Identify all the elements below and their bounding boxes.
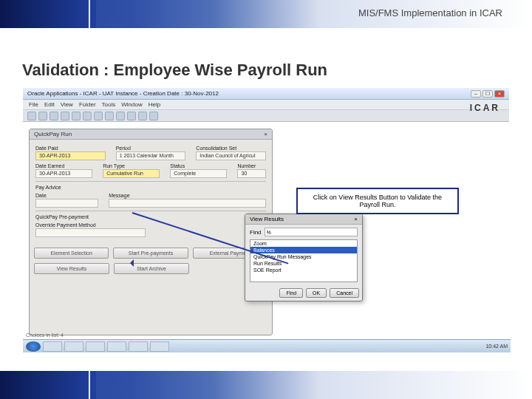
menu-window[interactable]: Window (121, 101, 142, 108)
window-controls: – ☐ × (471, 90, 505, 98)
header-title: MIS/FMS Implementation in ICAR (358, 7, 502, 18)
toolbar-icon[interactable] (50, 112, 58, 120)
field-pa-msg[interactable] (109, 199, 266, 208)
field-date-paid[interactable]: 30-APR-2013 (35, 151, 106, 160)
toolbar-icon[interactable] (83, 112, 92, 120)
label-run-type: Run Type (103, 163, 160, 168)
close-button[interactable]: × (494, 90, 505, 98)
field-override[interactable] (35, 228, 146, 237)
menu-help[interactable]: Help (149, 101, 160, 108)
panel-title-text: QuickPay Run (34, 131, 72, 137)
label-pa-msg: Message (109, 193, 266, 198)
callout-arrow-icon (126, 259, 134, 267)
toolbar-icon[interactable] (27, 112, 36, 120)
find-input[interactable] (265, 228, 358, 236)
brand-logo: ICAR (470, 103, 500, 113)
slide-title: Validation : Employee Wise Payroll Run (22, 61, 327, 80)
footer-divider (89, 371, 90, 399)
taskbar-item[interactable] (43, 341, 62, 352)
find-label: Find (250, 229, 262, 236)
field-run-type[interactable]: Cumulative Run (103, 169, 160, 178)
toolbar (23, 110, 509, 122)
results-listbox[interactable]: Zoom Balances QuickPay Run Messages Run … (250, 239, 358, 282)
label-date-paid: Date Paid (35, 146, 106, 151)
dialog-cancel-button[interactable]: Cancel (330, 288, 359, 298)
toolbar-icon[interactable] (94, 112, 103, 120)
taskbar-item[interactable] (107, 341, 126, 352)
panel-close-icon[interactable]: × (264, 131, 267, 137)
toolbar-icon[interactable] (127, 112, 136, 120)
list-item[interactable]: Zoom (250, 240, 357, 247)
element-selection-button[interactable]: Element Selection (34, 248, 109, 259)
taskbar-item[interactable] (129, 341, 148, 352)
field-period[interactable]: 1 2013 Calendar Month (116, 151, 186, 160)
label-number: Number (237, 163, 266, 168)
menu-folder[interactable]: Folder (79, 101, 96, 108)
list-item[interactable]: Run Results (250, 260, 357, 267)
taskbar-item[interactable] (64, 341, 83, 352)
list-item[interactable]: SOE Report (250, 267, 357, 273)
status-bar-text: Choices in list: 4 (26, 332, 64, 338)
dialog-find-button[interactable]: Find (279, 288, 303, 298)
window-titlebar: Oracle Applications - ICAR - UAT Instanc… (23, 88, 509, 100)
field-conset[interactable]: Indian Council of Agricul (196, 151, 266, 160)
view-results-button[interactable]: View Results (34, 263, 109, 274)
toolbar-icon[interactable] (38, 112, 47, 120)
menu-tools[interactable]: Tools (102, 101, 116, 108)
minimize-button[interactable]: – (471, 90, 481, 98)
toolbar-icon[interactable] (61, 112, 69, 120)
header-divider (89, 0, 90, 28)
view-results-dialog: View Results × Find Zoom Balances QuickP… (245, 214, 363, 301)
dialog-ok-button[interactable]: OK (306, 288, 327, 298)
panel-title: QuickPay Run × (30, 129, 272, 140)
start-archive-button[interactable]: Start Archive (114, 263, 189, 274)
system-tray[interactable]: 10:42 AM (485, 344, 508, 349)
label-override: Override Payment Method (35, 222, 146, 228)
field-pa-date[interactable] (35, 199, 98, 208)
toolbar-icon[interactable] (116, 112, 125, 120)
label-conset: Consolidation Set (196, 146, 266, 151)
dialog-close-icon[interactable]: × (354, 216, 358, 222)
slide-footer-bar (0, 371, 532, 399)
window-title-text: Oracle Applications - ICAR - UAT Instanc… (27, 90, 219, 97)
taskbar-item[interactable] (86, 341, 105, 352)
menu-edit[interactable]: Edit (44, 101, 55, 108)
menu-bar: File Edit View Folder Tools Window Help (23, 100, 509, 110)
app-screenshot: Oracle Applications - ICAR - UAT Instanc… (22, 87, 510, 353)
toolbar-icon[interactable] (149, 112, 158, 120)
label-status: Status (170, 163, 227, 168)
maximize-button[interactable]: ☐ (482, 90, 493, 98)
quickpay-panel: QuickPay Run × Date Paid 30-APR-2013 Per… (29, 129, 273, 335)
taskbar-item[interactable] (150, 341, 169, 352)
start-button[interactable] (26, 341, 41, 352)
callout-box: Click on View Results Button to Validate… (296, 188, 459, 214)
start-prepayments-button[interactable]: Start Pre-payments (113, 248, 188, 259)
field-number: 30 (237, 169, 266, 178)
tray-time: 10:42 AM (485, 344, 508, 349)
label-period: Period (116, 146, 186, 151)
menu-file[interactable]: File (29, 101, 38, 108)
toolbar-icon[interactable] (138, 112, 147, 120)
field-date-earned[interactable]: 30-APR-2013 (35, 169, 92, 178)
label-pay-advice: Pay Advice (35, 185, 266, 190)
toolbar-icon[interactable] (72, 112, 81, 120)
dialog-title-text: View Results (250, 216, 284, 222)
windows-taskbar: 10:42 AM (23, 339, 511, 352)
menu-view[interactable]: View (61, 101, 73, 108)
field-status: Complete (170, 169, 227, 178)
label-date-earned: Date Earned (35, 163, 92, 168)
list-item[interactable]: Balances (250, 247, 357, 253)
label-pa-date: Date (35, 193, 98, 198)
toolbar-icon[interactable] (105, 112, 114, 120)
